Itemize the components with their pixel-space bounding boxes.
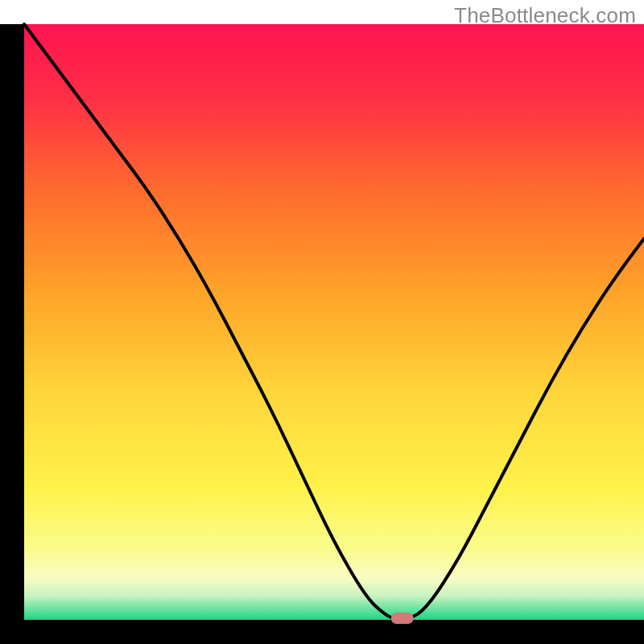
- bottleneck-chart: [0, 0, 644, 644]
- optimal-marker: [391, 613, 414, 624]
- chart-container: TheBottleneck.com: [0, 0, 644, 644]
- svg-rect-2: [24, 24, 644, 620]
- watermark-text: TheBottleneck.com: [454, 3, 636, 28]
